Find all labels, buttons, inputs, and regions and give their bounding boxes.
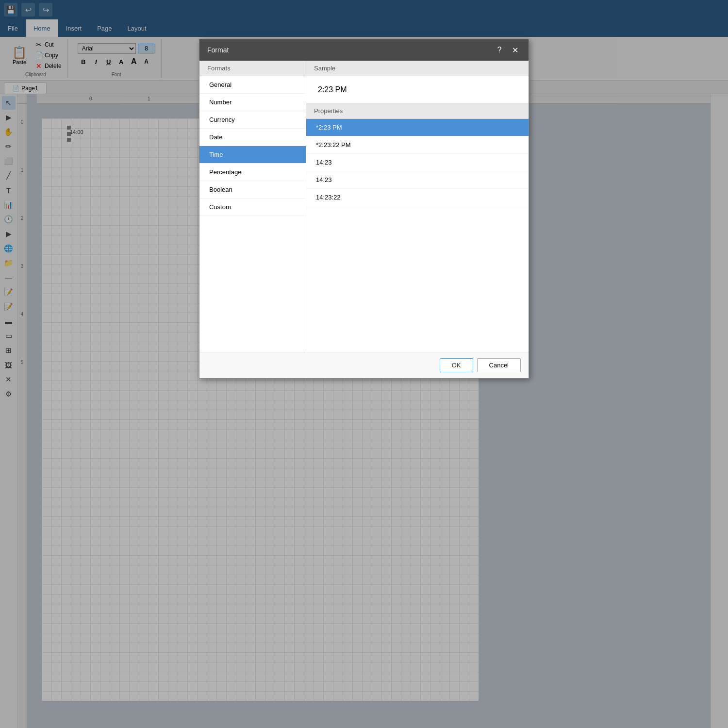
properties-list: *2:23 PM *2:23:22 PM 14:23 14:23 14:23:2…	[306, 119, 529, 352]
ok-button[interactable]: OK	[440, 358, 473, 372]
formats-header: Formats	[199, 61, 306, 76]
format-dialog: Format ? ✕ Formats General Number Curren…	[199, 39, 529, 379]
modal-titlebar-buttons: ? ✕	[494, 44, 521, 56]
modal-help-button[interactable]: ?	[494, 44, 505, 56]
prop-item-2[interactable]: 14:23	[306, 154, 529, 171]
format-boolean[interactable]: Boolean	[199, 181, 306, 199]
prop-item-1[interactable]: *2:23:22 PM	[306, 136, 529, 154]
format-custom[interactable]: Custom	[199, 199, 306, 216]
properties-header: Properties	[306, 103, 529, 119]
format-percentage[interactable]: Percentage	[199, 164, 306, 181]
cancel-button[interactable]: Cancel	[477, 358, 521, 372]
modal-close-button[interactable]: ✕	[509, 44, 521, 56]
sample-header: Sample	[306, 61, 529, 76]
modal-right-panel: Sample 2:23 PM Properties *2:23 PM *2:23…	[306, 61, 529, 352]
prop-item-3[interactable]: 14:23	[306, 171, 529, 189]
prop-item-4[interactable]: 14:23:22	[306, 189, 529, 206]
modal-title: Format	[207, 46, 229, 54]
format-general[interactable]: General	[199, 76, 306, 94]
modal-titlebar: Format ? ✕	[199, 39, 529, 61]
format-time[interactable]: Time	[199, 146, 306, 164]
format-currency[interactable]: Currency	[199, 111, 306, 129]
modal-footer: OK Cancel	[199, 352, 529, 378]
modal-formats-panel: Formats General Number Currency Date Tim…	[199, 61, 306, 352]
format-date[interactable]: Date	[199, 129, 306, 146]
prop-item-0[interactable]: *2:23 PM	[306, 119, 529, 136]
sample-value: 2:23 PM	[306, 76, 529, 103]
modal-body: Formats General Number Currency Date Tim…	[199, 61, 529, 352]
modal-overlay: Format ? ✕ Formats General Number Curren…	[0, 0, 728, 728]
format-number[interactable]: Number	[199, 94, 306, 111]
